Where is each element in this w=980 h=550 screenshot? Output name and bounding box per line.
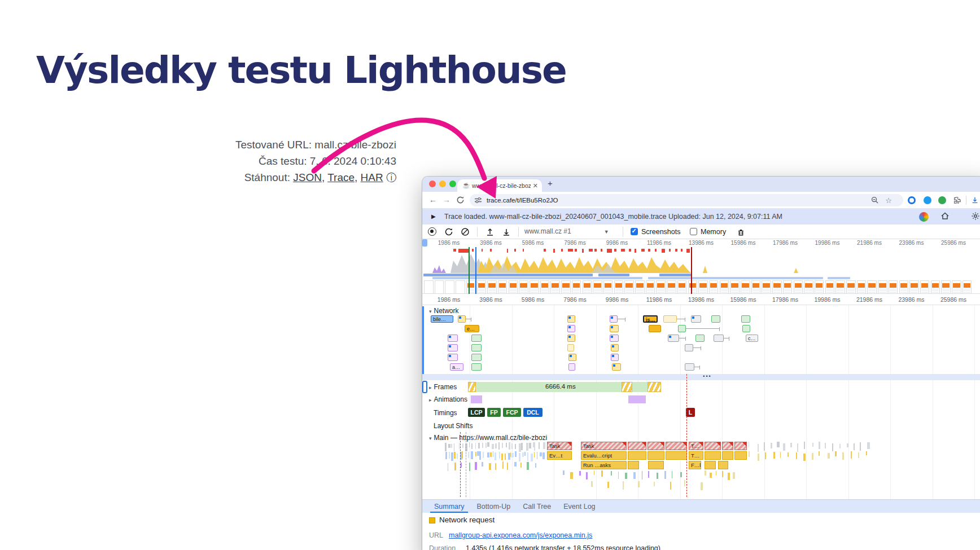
macos-minimize-button[interactable] (439, 181, 446, 187)
main-script-block[interactable]: Ev…t (547, 451, 572, 460)
main-script-block[interactable] (628, 461, 639, 469)
filmstrip-frame[interactable] (509, 280, 518, 294)
filmstrip-frame[interactable] (530, 280, 539, 294)
filmstrip-frame[interactable] (941, 280, 951, 294)
macos-zoom-button[interactable] (449, 181, 456, 187)
clear-icon[interactable] (461, 227, 470, 236)
filmstrip-frame[interactable] (899, 280, 909, 294)
network-event[interactable] (685, 344, 693, 351)
network-event[interactable] (695, 335, 705, 342)
target-selector[interactable]: www.mall.cz #1▼ (524, 227, 609, 235)
main-script-block[interactable] (705, 461, 716, 469)
collect-garbage-icon[interactable] (736, 227, 746, 237)
tab-bottom-up[interactable]: Bottom-Up (470, 500, 517, 513)
main-script-block[interactable]: T… (689, 451, 703, 460)
network-event[interactable] (567, 315, 575, 323)
timing-badge-l[interactable]: L (686, 408, 695, 417)
network-event[interactable] (567, 335, 575, 342)
filmstrip-frame[interactable] (698, 280, 708, 294)
main-task-block[interactable] (628, 442, 646, 450)
main-script-block[interactable] (722, 451, 733, 460)
network-event[interactable] (568, 354, 576, 361)
network-event[interactable] (668, 335, 679, 342)
reload-record-icon[interactable] (444, 227, 453, 236)
filmstrip-frame[interactable] (909, 280, 919, 294)
timing-badge-dcl[interactable]: DCL (523, 408, 542, 417)
filmstrip-frame[interactable] (720, 280, 729, 294)
main-task-block[interactable]: Task (581, 442, 627, 450)
downloads-icon[interactable] (971, 196, 979, 204)
filmstrip-frame[interactable] (825, 280, 835, 294)
filmstrip-frame[interactable] (963, 280, 972, 294)
load-profile-icon[interactable] (485, 227, 495, 236)
filmstrip-frame[interactable] (624, 280, 634, 294)
record-icon[interactable] (428, 227, 436, 236)
tab-summary[interactable]: Summary (428, 500, 470, 513)
network-event[interactable] (567, 344, 574, 351)
filmstrip-frame[interactable] (762, 280, 771, 294)
filmstrip-frame[interactable] (603, 280, 613, 294)
filmstrip-frame[interactable] (550, 280, 560, 294)
network-event[interactable] (448, 344, 458, 351)
filmstrip-frame[interactable] (635, 280, 645, 294)
filmstrip-frame[interactable] (920, 280, 930, 294)
animation-block[interactable] (470, 395, 483, 404)
network-event[interactable] (691, 315, 701, 323)
timeline-overview[interactable]: 1986 ms3986 ms5986 ms7986 ms9986 ms11986… (422, 239, 980, 294)
main-task-block[interactable] (705, 442, 721, 450)
main-script-block[interactable] (628, 451, 646, 460)
main-script-block[interactable] (734, 451, 747, 460)
reload-icon[interactable] (456, 196, 465, 204)
network-event[interactable] (448, 335, 458, 342)
main-script-block[interactable]: Evalu…cript (581, 451, 627, 460)
network-section-header[interactable]: ▾Network (429, 307, 459, 315)
browser-tab[interactable]: ☕ www-mall-cz-bile-zbozi_202 ✕ (457, 179, 542, 192)
network-event[interactable] (678, 325, 686, 332)
frames-section-header[interactable]: ▸Frames (429, 383, 457, 391)
extensions-puzzle-icon[interactable] (953, 196, 961, 204)
filmstrip-frame[interactable] (656, 280, 666, 294)
filmstrip-frame[interactable] (677, 280, 687, 294)
zoom-icon[interactable] (871, 196, 878, 204)
filmstrip-frame[interactable] (815, 280, 824, 294)
network-event[interactable] (714, 335, 724, 342)
filmstrip-frame[interactable] (857, 280, 867, 294)
filmstrip-frame[interactable] (498, 280, 508, 294)
network-event[interactable] (611, 354, 619, 361)
filmstrip-frame[interactable] (424, 280, 434, 294)
filmstrip-frame[interactable] (583, 280, 592, 294)
animation-block[interactable] (628, 395, 646, 404)
filmstrip-frame[interactable] (572, 280, 581, 294)
filmstrip-frame[interactable] (667, 280, 676, 294)
filmstrip-frame[interactable] (477, 280, 487, 294)
filmstrip-frame[interactable] (804, 280, 813, 294)
timing-badge-fcp[interactable]: FCP (503, 408, 521, 417)
extension-1password-icon[interactable] (908, 196, 916, 204)
screenshots-checkbox[interactable] (631, 228, 638, 235)
filmstrip-frame[interactable] (561, 280, 571, 294)
filmstrip-frame[interactable] (889, 280, 898, 294)
new-tab-button[interactable]: + (548, 178, 553, 188)
network-event[interactable] (663, 315, 677, 323)
filmstrip-frame[interactable] (646, 280, 655, 294)
filmstrip-frame[interactable] (688, 280, 698, 294)
bookmark-star-icon[interactable]: ☆ (885, 195, 892, 207)
partially-presented-frame[interactable] (622, 382, 632, 392)
main-script-block[interactable]: Run …asks (581, 461, 627, 469)
network-event[interactable] (742, 325, 750, 332)
filmstrip-frame[interactable] (709, 280, 719, 294)
network-event[interactable] (649, 325, 661, 332)
play-icon[interactable]: ▶ (431, 209, 436, 225)
network-event[interactable]: e… (465, 325, 479, 332)
network-event[interactable] (685, 363, 694, 371)
network-event[interactable] (458, 315, 466, 323)
filmstrip-frame[interactable] (783, 280, 793, 294)
main-script-block[interactable] (648, 451, 664, 460)
download-har-link[interactable]: HAR (361, 171, 383, 183)
network-event[interactable]: js… (643, 315, 658, 323)
filmstrip-frame[interactable] (867, 280, 877, 294)
tab-call-tree[interactable]: Call Tree (517, 500, 557, 513)
network-event[interactable]: c… (746, 335, 758, 342)
filmstrip-frame[interactable] (614, 280, 624, 294)
animations-section-header[interactable]: ▸Animations (429, 395, 467, 403)
